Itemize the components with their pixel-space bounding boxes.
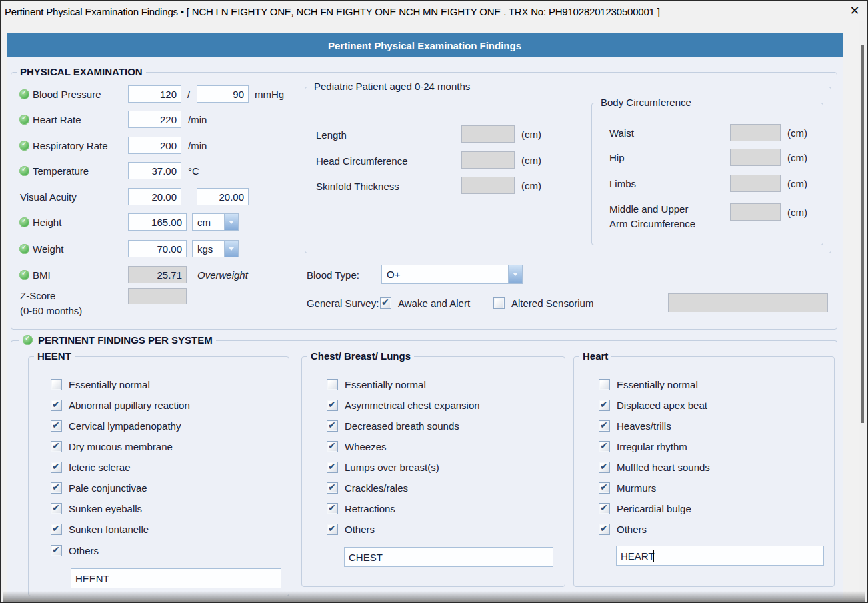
checkbox[interactable] — [51, 545, 62, 556]
required-icon — [19, 270, 29, 280]
checkbox[interactable] — [599, 524, 610, 535]
checkbox-label: Lumps over breast(s) — [345, 462, 439, 473]
hip-label: Hip — [609, 149, 625, 166]
visual-acuity-left-input[interactable] — [128, 188, 181, 205]
required-icon — [19, 141, 29, 151]
zscore-field — [128, 288, 187, 304]
checkbox[interactable] — [599, 482, 610, 494]
checkbox[interactable] — [327, 482, 338, 494]
temperature-input[interactable] — [128, 162, 181, 179]
limbs-label: Limbs — [609, 175, 636, 192]
checkbox-label: Abnormal pupillary reaction — [69, 400, 190, 411]
checkbox[interactable] — [51, 482, 62, 494]
waist-label: Waist — [609, 124, 634, 141]
height-unit-select[interactable]: cm — [192, 213, 239, 231]
blood-type-value: O+ — [382, 265, 508, 283]
checkbox[interactable] — [327, 379, 338, 390]
weight-unit-select[interactable]: kgs — [192, 240, 239, 257]
altered-sensorium-label: Altered Sensorium — [511, 297, 593, 309]
checkbox[interactable] — [327, 420, 338, 432]
required-icon — [19, 89, 29, 99]
checkbox[interactable] — [327, 524, 338, 535]
checkbox[interactable] — [599, 400, 610, 411]
blood-type-label: Blood Type: — [307, 266, 359, 283]
chevron-down-icon[interactable] — [224, 241, 238, 257]
heart-rate-input[interactable] — [128, 111, 181, 128]
required-icon — [19, 217, 29, 227]
checkbox[interactable] — [599, 441, 610, 452]
checkbox-label: Sunken eyeballs — [69, 503, 142, 514]
checkbox[interactable] — [327, 462, 338, 473]
required-icon — [19, 115, 29, 125]
heent-item-row: Sunken fontanelle — [51, 523, 149, 535]
heart-item-row: Others — [599, 523, 647, 535]
blood-pressure-label: Blood Pressure — [33, 85, 101, 103]
checkbox-label: Essentially normal — [69, 379, 150, 390]
respiratory-rate-input[interactable] — [128, 137, 181, 154]
heart-item-row: Irregular rhythm — [599, 440, 687, 452]
bmi-label: BMI — [33, 266, 51, 283]
temperature-label: Temperature — [33, 162, 89, 179]
visual-acuity-right-input[interactable] — [197, 188, 249, 205]
blood-pressure-diastolic-input[interactable] — [197, 85, 249, 103]
blood-pressure-systolic-input[interactable] — [128, 85, 181, 103]
heent-group: HEENT — [28, 356, 289, 596]
muac-unit: (cm) — [787, 203, 807, 221]
chest-others-input[interactable] — [344, 547, 553, 567]
chest-item-row: Retractions — [327, 502, 395, 514]
chest-item-row: Asymmetrical chest expansion — [327, 399, 480, 411]
bmi-field — [128, 266, 187, 283]
physical-examination-title: PHYSICAL EXAMINATION — [17, 66, 146, 77]
weight-unit-value: kgs — [193, 241, 224, 257]
skinfold-thickness-field — [461, 177, 515, 194]
checkbox[interactable] — [51, 400, 62, 411]
checkbox[interactable] — [599, 379, 610, 390]
head-circumference-field — [461, 151, 515, 169]
checkbox[interactable] — [51, 503, 62, 514]
checkbox[interactable] — [599, 503, 610, 514]
checkbox[interactable] — [51, 462, 62, 473]
checkbox[interactable] — [327, 503, 338, 514]
bmi-interpretation: Overweight — [197, 266, 248, 283]
required-icon — [23, 335, 33, 345]
checkbox-label: Retractions — [345, 503, 395, 514]
heent-item-row: Sunken eyeballs — [51, 502, 142, 514]
awake-and-alert-checkbox[interactable] — [380, 297, 391, 309]
heart-title: Heart — [579, 350, 611, 362]
vertical-scrollbar[interactable] — [859, 21, 865, 599]
heent-item-row: Cervical lympadenopathy — [51, 420, 181, 432]
weight-label: Weight — [33, 240, 63, 257]
blood-type-select[interactable]: O+ — [381, 265, 523, 284]
chevron-down-icon[interactable] — [508, 265, 522, 283]
checkbox[interactable] — [599, 420, 610, 432]
checkbox[interactable] — [327, 441, 338, 452]
checkbox[interactable] — [327, 400, 338, 411]
close-icon[interactable]: ✕ — [847, 3, 863, 19]
checkbox-label: Cervical lympadenopathy — [69, 420, 181, 432]
title-bar: Pertinent Physical Examination Findings … — [1, 1, 867, 21]
checkbox-label: Sunken fontanelle — [69, 524, 149, 535]
heent-title: HEENT — [34, 350, 75, 362]
heart-others-input[interactable] — [616, 546, 824, 566]
checkbox[interactable] — [51, 441, 62, 452]
chest-item-row: Wheezes — [327, 440, 387, 452]
height-input[interactable] — [128, 213, 187, 231]
awake-and-alert-label: Awake and Alert — [398, 297, 470, 309]
chevron-down-icon[interactable] — [224, 214, 238, 230]
required-icon — [19, 244, 29, 254]
checkbox[interactable] — [51, 379, 62, 390]
head-circumference-unit: (cm) — [521, 151, 541, 169]
dialog-header: Pertinent Physical Examination Findings — [7, 33, 843, 57]
checkbox[interactable] — [51, 524, 62, 535]
heent-others-input[interactable] — [71, 568, 281, 588]
checkbox[interactable] — [599, 462, 610, 473]
weight-input[interactable] — [128, 240, 187, 257]
checkbox[interactable] — [51, 420, 62, 432]
vertical-scrollbar-thumb[interactable] — [861, 45, 864, 423]
chest-item-row: Decreased breath sounds — [327, 420, 459, 432]
window-title: Pertinent Physical Examination Findings … — [1, 6, 660, 17]
chest-item-row: Crackles/rales — [327, 482, 408, 494]
altered-sensorium-checkbox[interactable] — [493, 297, 505, 309]
heent-item-row: Pale conjunctivae — [51, 482, 147, 494]
checkbox-label: Decreased breath sounds — [345, 420, 459, 432]
